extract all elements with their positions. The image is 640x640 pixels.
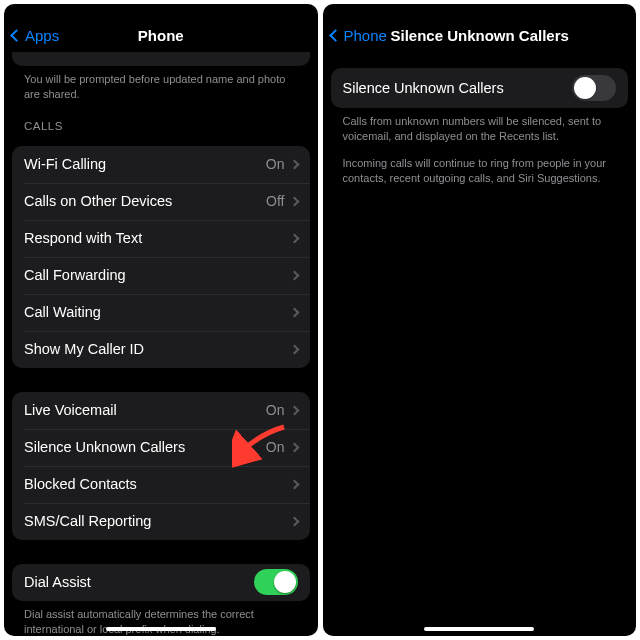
row-value: On <box>266 402 285 418</box>
right-phone: Phone Silence Unknown Callers Silence Un… <box>323 4 637 636</box>
dial-assist-switch[interactable] <box>254 569 298 595</box>
row-value: On <box>266 439 285 455</box>
calls-group: Wi-Fi Calling On Calls on Other Devices … <box>12 146 310 368</box>
chevron-right-icon <box>289 159 299 169</box>
silence-footer-1: Calls from unknown numbers will be silen… <box>331 108 629 148</box>
row-silence-unknown-callers[interactable]: Silence Unknown Callers On <box>12 429 310 466</box>
row-dial-assist[interactable]: Dial Assist <box>12 564 310 601</box>
row-call-waiting[interactable]: Call Waiting <box>12 294 310 331</box>
chevron-right-icon <box>289 442 299 452</box>
chevron-left-icon <box>10 29 23 42</box>
silence-group: Silence Unknown Callers <box>331 68 629 108</box>
chevron-right-icon <box>289 405 299 415</box>
row-calls-other-devices[interactable]: Calls on Other Devices Off <box>12 183 310 220</box>
row-label: Silence Unknown Callers <box>343 80 504 96</box>
share-footer: You will be prompted before updated name… <box>12 66 310 106</box>
row-label: Wi-Fi Calling <box>24 156 106 172</box>
row-sms-call-reporting[interactable]: SMS/Call Reporting <box>12 503 310 540</box>
back-label: Apps <box>25 27 59 44</box>
row-label: Show My Caller ID <box>24 341 144 357</box>
settings-content: You will be prompted before updated name… <box>4 52 318 636</box>
row-value: On <box>266 156 285 172</box>
nav-bar: Phone Silence Unknown Callers <box>323 18 637 52</box>
status-bar <box>4 4 318 18</box>
row-label: Dial Assist <box>24 574 91 590</box>
row-label: Silence Unknown Callers <box>24 439 185 455</box>
row-live-voicemail[interactable]: Live Voicemail On <box>12 392 310 429</box>
back-button[interactable]: Apps <box>12 27 59 44</box>
truncated-group <box>12 52 310 66</box>
row-label: SMS/Call Reporting <box>24 513 151 529</box>
chevron-left-icon <box>329 29 342 42</box>
row-label: Call Waiting <box>24 304 101 320</box>
row-label: Blocked Contacts <box>24 476 137 492</box>
row-label: Calls on Other Devices <box>24 193 172 209</box>
row-value: Off <box>266 193 284 209</box>
chevron-right-icon <box>289 233 299 243</box>
section-header-calls: CALLS <box>12 106 310 136</box>
settings-content: Silence Unknown Callers Calls from unkno… <box>323 52 637 636</box>
chevron-right-icon <box>289 516 299 526</box>
row-respond-with-text[interactable]: Respond with Text <box>12 220 310 257</box>
left-phone: Apps Phone You will be prompted before u… <box>4 4 318 636</box>
row-label: Live Voicemail <box>24 402 117 418</box>
nav-bar: Apps Phone <box>4 18 318 52</box>
home-indicator[interactable] <box>106 627 216 631</box>
row-wifi-calling[interactable]: Wi-Fi Calling On <box>12 146 310 183</box>
status-bar <box>323 4 637 18</box>
dial-assist-group: Dial Assist <box>12 564 310 601</box>
row-label: Call Forwarding <box>24 267 126 283</box>
row-silence-toggle[interactable]: Silence Unknown Callers <box>331 68 629 108</box>
home-indicator[interactable] <box>424 627 534 631</box>
back-label: Phone <box>344 27 387 44</box>
row-label: Respond with Text <box>24 230 142 246</box>
back-button[interactable]: Phone <box>331 27 387 44</box>
silence-footer-2: Incoming calls will continue to ring fro… <box>331 148 629 190</box>
chevron-right-icon <box>289 270 299 280</box>
voicemail-group: Live Voicemail On Silence Unknown Caller… <box>12 392 310 540</box>
chevron-right-icon <box>289 344 299 354</box>
row-show-caller-id[interactable]: Show My Caller ID <box>12 331 310 368</box>
chevron-right-icon <box>289 196 299 206</box>
chevron-right-icon <box>289 307 299 317</box>
page-title: Silence Unknown Callers <box>391 27 569 44</box>
chevron-right-icon <box>289 479 299 489</box>
silence-switch[interactable] <box>572 75 616 101</box>
row-blocked-contacts[interactable]: Blocked Contacts <box>12 466 310 503</box>
row-call-forwarding[interactable]: Call Forwarding <box>12 257 310 294</box>
